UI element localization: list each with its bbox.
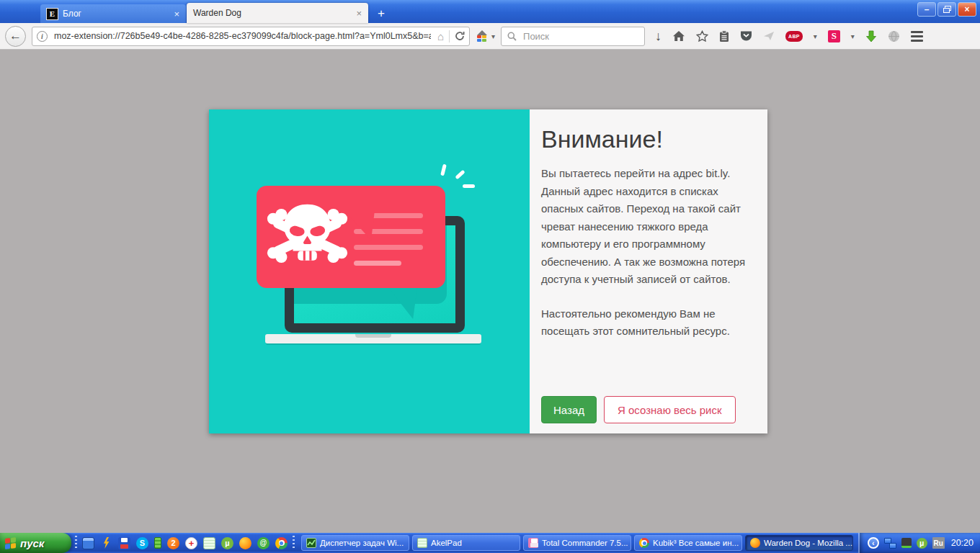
firefox-icon[interactable] (239, 537, 251, 549)
bookmark-star-icon[interactable] (696, 30, 708, 42)
spark-icon (455, 170, 465, 180)
scrapbook-icon[interactable]: S (828, 30, 840, 42)
window-titlebar: E Блог × Warden Dog × + – × (0, 0, 980, 23)
adblock-caret-icon[interactable]: ▾ (814, 32, 817, 40)
task-manager-icon (306, 538, 316, 548)
go-back-button[interactable]: Назад (541, 396, 597, 423)
blog-favicon-icon: E (47, 9, 58, 19)
browser-viewport: Внимание! Вы пытаетесь перейти на адрес … (0, 50, 980, 533)
speed-dial-control[interactable]: ▾ (476, 30, 495, 42)
new-tab-button[interactable]: + (370, 6, 393, 22)
utorrent-tray-icon[interactable]: µ (917, 538, 927, 549)
back-button[interactable]: ← (5, 26, 26, 47)
taskbtn-label: AkelPad (431, 539, 462, 547)
toolbar-icons: ↓ ABP ▾ S ▾ (655, 30, 923, 42)
taskbtn-total-commander[interactable]: Total Commander 7.5... (523, 535, 631, 551)
navigation-toolbar: ← i ⌂ ▾ ↓ (0, 23, 980, 50)
mail-at-icon[interactable]: @ (257, 537, 270, 549)
menu-hamburger-icon[interactable] (911, 31, 923, 42)
notepad-icon[interactable] (203, 537, 215, 549)
minimize-button[interactable]: – (917, 2, 936, 17)
tab-blog-close-icon[interactable]: × (174, 9, 179, 19)
tab-strip: E Блог × Warden Dog × + (40, 3, 393, 23)
library-icon[interactable] (719, 30, 729, 42)
block-page-card: Внимание! Вы пытаетесь перейти на адрес … (209, 109, 767, 433)
taskbtn-akelpad[interactable]: AkelPad (412, 535, 520, 551)
tray-collapse-icon[interactable]: ‹ (868, 537, 879, 549)
send-tab-icon[interactable] (763, 31, 775, 41)
winamp-icon[interactable] (100, 537, 112, 549)
bubble-text-line (354, 245, 423, 250)
tab-blog-label: Блог (63, 9, 81, 19)
search-input[interactable] (522, 30, 651, 42)
skull-crossbones-icon (262, 202, 352, 270)
taskbtn-label: Kubik³ Все самые ин... (653, 539, 739, 547)
search-box[interactable] (501, 27, 645, 46)
warning-paragraph-1: Вы пытаетесь перейти на адрес bit.ly. Да… (541, 165, 756, 289)
restore-button[interactable] (937, 2, 956, 17)
adblock-plus-icon[interactable]: ABP (785, 31, 803, 42)
start-button[interactable]: пуск (0, 533, 71, 553)
language-indicator[interactable]: Ru (932, 537, 945, 549)
page-info-icon[interactable]: i (37, 31, 48, 42)
task-buttons: Диспетчер задач Wi... AkelPad Total Comm… (301, 535, 853, 551)
orange-2-app-icon[interactable]: 2 (167, 537, 179, 549)
tab-warden-dog[interactable]: Warden Dog × (187, 3, 368, 23)
url-bar[interactable]: i ⌂ (32, 27, 470, 46)
search-icon (507, 32, 517, 41)
taskbtn-task-manager[interactable]: Диспетчер задач Wi... (301, 535, 409, 551)
start-label: пуск (20, 537, 44, 549)
offline-globe-icon[interactable] (888, 30, 900, 42)
akelpad-icon (417, 538, 427, 548)
action-buttons: Назад Я осознаю весь риск (541, 396, 736, 423)
bubble-text-line (354, 261, 401, 266)
tab-warden-dog-close-icon[interactable]: × (356, 9, 362, 18)
utorrent-icon[interactable]: µ (221, 537, 233, 549)
spark-icon (440, 164, 447, 176)
taskbtn-label: Диспетчер задач Wi... (320, 539, 404, 547)
chrome-icon[interactable] (275, 537, 288, 549)
video-download-helper-icon[interactable] (865, 30, 877, 42)
battery-tool-icon[interactable] (154, 537, 161, 549)
reader-home-icon[interactable]: ⌂ (437, 31, 444, 42)
home-icon[interactable] (672, 30, 685, 42)
illustration-panel (209, 109, 530, 433)
network-icon[interactable] (884, 538, 896, 549)
spark-icon (463, 184, 475, 188)
close-button[interactable]: × (958, 2, 976, 17)
laptop-base-notch (355, 334, 391, 338)
reload-icon[interactable] (455, 31, 465, 41)
taskband-grip[interactable] (293, 536, 295, 550)
quicklaunch-grip[interactable] (75, 536, 77, 550)
tab-warden-dog-label: Warden Dog (193, 8, 241, 18)
chrome-icon (639, 538, 649, 548)
laptop-base (265, 334, 481, 343)
medical-cross-icon[interactable]: + (185, 537, 197, 549)
clock: 20:20 (951, 538, 974, 548)
total-commander-icon (528, 538, 538, 548)
firefox-icon (750, 538, 760, 548)
accept-risk-button[interactable]: Я осознаю весь риск (604, 396, 736, 423)
speed-dial-icon (476, 30, 489, 42)
warning-panel: Внимание! Вы пытаетесь перейти на адрес … (530, 109, 767, 433)
scrapbook-caret-icon[interactable]: ▾ (851, 32, 855, 40)
total-commander-quicklaunch-icon[interactable] (118, 537, 130, 549)
pocket-icon[interactable] (740, 30, 752, 42)
tab-blog[interactable]: E Блог × (40, 4, 186, 23)
restore-icon (943, 6, 951, 13)
speed-dial-caret-icon[interactable]: ▾ (491, 32, 495, 40)
urlbar-divider (449, 30, 450, 42)
console-app-tray-icon[interactable] (901, 538, 912, 548)
taskbtn-label: Total Commander 7.5... (542, 539, 628, 547)
windows-flag-icon (5, 536, 16, 549)
skype-icon[interactable]: S (136, 537, 148, 549)
url-input[interactable] (53, 30, 432, 42)
show-desktop-icon[interactable] (82, 537, 94, 549)
malware-alert-bubble (257, 186, 445, 288)
taskbtn-warden-dog-firefox[interactable]: Warden Dog - Mozilla ... (745, 535, 853, 551)
taskbtn-kubik-chrome[interactable]: Kubik³ Все самые ин... (634, 535, 742, 551)
quick-launch-bar: S 2 + µ @ (81, 537, 289, 549)
downloads-icon[interactable]: ↓ (655, 30, 662, 42)
window-controls: – × (917, 2, 976, 17)
taskbtn-label: Warden Dog - Mozilla ... (764, 539, 852, 547)
